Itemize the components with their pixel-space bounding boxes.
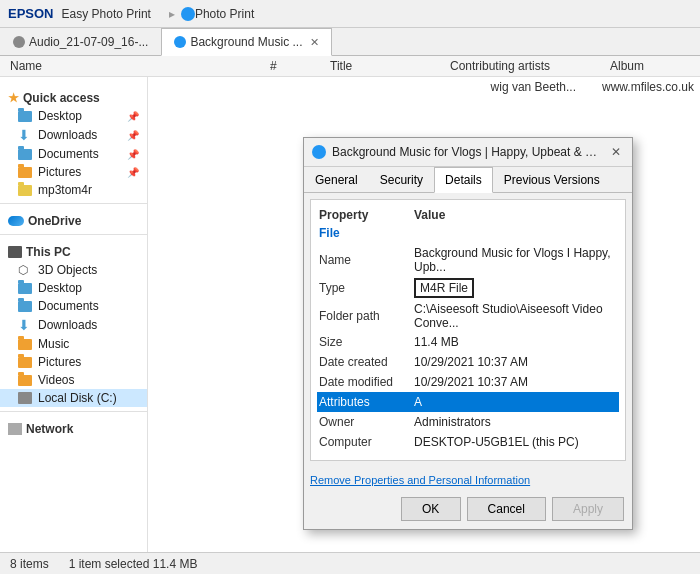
network-header[interactable]: Network: [0, 416, 147, 438]
dialog-tab-security[interactable]: Security: [369, 167, 434, 192]
cancel-button[interactable]: Cancel: [467, 497, 546, 521]
pin-icon: 📌: [127, 130, 139, 141]
file-row[interactable]: wig van Beeth... www.mfiles.co.uk: [148, 77, 700, 97]
dialog-title-text: Background Music for Vlogs | Happy, Upbe…: [332, 145, 602, 159]
prop-label: Type: [319, 281, 414, 295]
file-list: wig van Beeth... www.mfiles.co.uk Backgr…: [148, 77, 700, 571]
dialog-tab-details[interactable]: Details: [434, 167, 493, 193]
remove-properties-link[interactable]: Remove Properties and Personal Informati…: [310, 474, 530, 486]
prop-label: Name: [319, 253, 414, 267]
col-header-album[interactable]: Album: [610, 59, 690, 73]
sidebar-label: mp3tom4r: [38, 183, 92, 197]
sidebar-label: Documents: [38, 147, 99, 161]
dialog-tabs: General Security Details Previous Versio…: [304, 167, 632, 193]
prop-row-owner: Owner Administrators: [319, 412, 617, 432]
quick-access-header[interactable]: ★ Quick access: [0, 85, 147, 107]
folder-icon: [18, 283, 32, 294]
prop-row-attributes[interactable]: Attributes A: [317, 392, 619, 412]
dialog-footer-link: Remove Properties and Personal Informati…: [304, 467, 632, 491]
prop-label: Size: [319, 335, 414, 349]
file-contrib: wig van Beeth...: [491, 80, 576, 94]
apply-button[interactable]: Apply: [552, 497, 624, 521]
sidebar-divider: [0, 203, 147, 204]
thispc-label: This PC: [26, 245, 71, 259]
folder-icon: [18, 111, 32, 122]
column-headers: Name # Title Contributing artists Album: [0, 56, 700, 77]
status-items: 8 items: [10, 557, 49, 571]
prop-value: 10/29/2021 10:37 AM: [414, 375, 617, 389]
sidebar-item-desktop-quick[interactable]: Desktop 📌: [0, 107, 147, 125]
onedrive-header[interactable]: OneDrive: [0, 208, 147, 230]
dialog-tab-prevversions[interactable]: Previous Versions: [493, 167, 611, 192]
col-header-contrib[interactable]: Contributing artists: [450, 59, 610, 73]
thispc-header[interactable]: This PC: [0, 239, 147, 261]
sidebar-label: Downloads: [38, 318, 97, 332]
sidebar-item-documents-pc[interactable]: Documents: [0, 297, 147, 315]
sidebar-label: Desktop: [38, 109, 82, 123]
sidebar-item-downloads-quick[interactable]: ⬇ Downloads 📌: [0, 125, 147, 145]
app-name: Easy Photo Print: [62, 7, 151, 21]
dialog-title-icon: [312, 145, 326, 159]
prop-col-property: Property: [319, 208, 414, 222]
separator: ▸: [169, 7, 175, 21]
brand-logo: EPSON: [8, 6, 54, 21]
onedrive-icon: [8, 216, 24, 226]
tab-background[interactable]: Background Music ... ✕: [161, 28, 332, 56]
ok-button[interactable]: OK: [401, 497, 461, 521]
3dobjects-icon: ⬡: [18, 263, 32, 277]
sidebar-item-videos-pc[interactable]: Videos: [0, 371, 147, 389]
folder-icon: [18, 149, 32, 160]
main-area: ★ Quick access Desktop 📌 ⬇ Downloads 📌 D…: [0, 77, 700, 571]
prop-row-type: Type M4R File: [319, 276, 617, 300]
properties-dialog: Background Music for Vlogs | Happy, Upbe…: [303, 137, 633, 530]
photo-print-label: Photo Print: [195, 7, 254, 21]
pin-icon: 📌: [127, 111, 139, 122]
sidebar-label: Videos: [38, 373, 74, 387]
sidebar-label: Music: [38, 337, 69, 351]
col-header-title[interactable]: Title: [330, 59, 450, 73]
col-header-name[interactable]: Name: [10, 59, 270, 73]
bg-tab-icon: [174, 36, 186, 48]
pin-icon: 📌: [127, 167, 139, 178]
prop-label: Folder path: [319, 309, 414, 323]
star-icon: ★: [8, 91, 19, 105]
download-icon: ⬇: [18, 317, 32, 333]
sidebar-item-localdisk[interactable]: Local Disk (C:): [0, 389, 147, 407]
sidebar-item-3dobjects[interactable]: ⬡ 3D Objects: [0, 261, 147, 279]
sidebar-item-desktop-pc[interactable]: Desktop: [0, 279, 147, 297]
col-header-hash[interactable]: #: [270, 59, 330, 73]
prop-value: 10/29/2021 10:37 AM: [414, 355, 617, 369]
sidebar-label: Pictures: [38, 355, 81, 369]
dialog-buttons: OK Cancel Apply: [304, 491, 632, 529]
prop-label: Date created: [319, 355, 414, 369]
prop-headers: Property Value: [319, 208, 617, 222]
dialog-tab-general[interactable]: General: [304, 167, 369, 192]
prop-label: Attributes: [319, 395, 414, 409]
sidebar-item-downloads-pc[interactable]: ⬇ Downloads: [0, 315, 147, 335]
prop-value: 11.4 MB: [414, 335, 617, 349]
tab-audio[interactable]: Audio_21-07-09_16-...: [0, 28, 161, 55]
status-selected: 1 item selected 11.4 MB: [69, 557, 198, 571]
sidebar-item-pictures-pc[interactable]: Pictures: [0, 353, 147, 371]
prop-row-size: Size 11.4 MB: [319, 332, 617, 352]
prop-row-datemodified: Date modified 10/29/2021 10:37 AM: [319, 372, 617, 392]
prop-row-datecreated: Date created 10/29/2021 10:37 AM: [319, 352, 617, 372]
prop-row-name: Name Background Music for Vlogs I Happy,…: [319, 244, 617, 276]
prop-value: DESKTOP-U5GB1EL (this PC): [414, 435, 617, 449]
sidebar-label: Documents: [38, 299, 99, 313]
sidebar-item-mp3tom4r-quick[interactable]: mp3tom4r: [0, 181, 147, 199]
sidebar-item-pictures-quick[interactable]: Pictures 📌: [0, 163, 147, 181]
prop-row-folderpath: Folder path C:\Aiseesoft Studio\Aiseesof…: [319, 300, 617, 332]
dialog-close-button[interactable]: ✕: [608, 144, 624, 160]
prop-value: A: [414, 395, 617, 409]
sidebar-item-music-pc[interactable]: Music: [0, 335, 147, 353]
quick-access-label: Quick access: [23, 91, 100, 105]
network-icon: [8, 423, 22, 435]
sidebar-label: Downloads: [38, 128, 97, 142]
prop-label: Computer: [319, 435, 414, 449]
prop-value-type-box: M4R File: [414, 278, 474, 298]
tab-close-icon[interactable]: ✕: [310, 36, 319, 49]
pin-icon: 📌: [127, 149, 139, 160]
sidebar-item-documents-quick[interactable]: Documents 📌: [0, 145, 147, 163]
dialog-title-bar: Background Music for Vlogs | Happy, Upbe…: [304, 138, 632, 167]
